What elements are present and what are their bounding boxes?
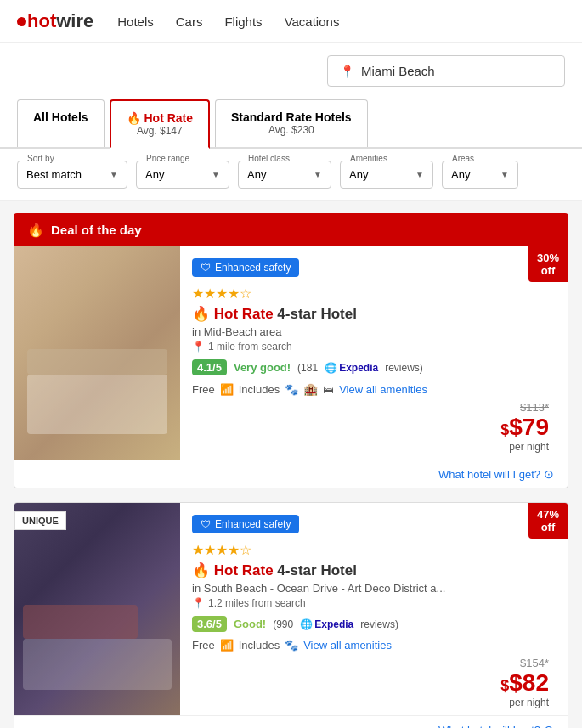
original-price-1: $113*	[192, 401, 549, 414]
pet-icon-2: 🐾	[285, 639, 298, 652]
discount-percent-2: 47%	[537, 508, 559, 521]
what-hotel-link-2[interactable]: What hotel will I get? ⊙	[438, 723, 554, 728]
what-hotel-text-1: What hotel will I get?	[438, 468, 540, 481]
card-1-inner: 30% off 🛡 Enhanced safety ★★★★☆ 🔥 Hot Ra…	[14, 246, 568, 460]
tab-all-hotels[interactable]: All Hotels	[17, 99, 105, 147]
discount-off-1: off	[537, 264, 559, 277]
what-hotel-row-2: What hotel will I get? ⊙	[14, 715, 568, 728]
hotel-2-info: 47% off 🛡 Enhanced safety ★★★★☆ 🔥 Hot Ra…	[180, 503, 568, 715]
logo[interactable]: hotwire	[17, 10, 93, 32]
tab-hot-avg: Avg. $147	[127, 125, 193, 137]
deal-banner: 🔥 Deal of the day	[14, 213, 568, 246]
wifi-icon-1: 📶	[220, 383, 234, 396]
hotel-2-stars: ★★★★☆	[192, 542, 556, 558]
what-hotel-row-1: What hotel will I get? ⊙	[14, 460, 568, 488]
hotel-card-2: UNIQUE 47% off 🛡 Enhanced safety ★★★★☆	[14, 502, 568, 728]
logo-text-wire: wire	[56, 10, 93, 32]
price-value: Any	[145, 168, 208, 181]
hotel-2-location: in South Beach - Ocean Drive - Art Deco …	[192, 582, 556, 595]
tab-standard-avg: Avg. $230	[231, 124, 352, 136]
areas-label: Areas	[449, 154, 477, 163]
hotel-1-type: 🔥 Hot Rate 4-star Hotel	[192, 305, 556, 323]
tab-hot-title: 🔥 Hot Rate	[127, 111, 193, 125]
tab-hot-rate[interactable]: 🔥 Hot Rate Avg. $147	[110, 99, 210, 149]
enhanced-safety-badge-1: 🛡 Enhanced safety	[192, 258, 299, 277]
per-night-2: per night	[192, 697, 549, 708]
view-amenities-link-2[interactable]: View all amenities	[303, 639, 392, 652]
rating-badge-1: 4.1/5	[192, 359, 227, 375]
hotel-2-distance: 📍 1.2 miles from search	[192, 597, 556, 609]
nav-hotels[interactable]: Hotels	[117, 14, 154, 29]
circle-chevron-icon-1: ⊙	[544, 467, 554, 481]
main-content: 🔥 Deal of the day 30% off	[0, 201, 582, 728]
price-filter[interactable]: Price range Any ▼	[136, 161, 229, 189]
areas-value: Any	[451, 168, 497, 181]
location-pin-icon: 📍	[340, 65, 354, 78]
hotel-1-discount-badge: 30% off	[528, 246, 568, 282]
enhanced-safety-badge-2: 🛡 Enhanced safety	[192, 515, 299, 533]
pet-icon-1: 🐾	[285, 383, 298, 396]
deal-banner-label: Deal of the day	[51, 223, 142, 237]
rating-badge-2: 3.6/5	[192, 616, 227, 632]
card-2-inner: UNIQUE 47% off 🛡 Enhanced safety ★★★★☆	[14, 503, 568, 715]
star-class-1: 4-star Hotel	[277, 306, 357, 322]
nav-flights[interactable]: Flights	[224, 14, 262, 29]
discount-percent-1: 30%	[537, 251, 559, 264]
nav-vacations[interactable]: Vacations	[285, 14, 340, 29]
discount-off-2: off	[537, 521, 559, 533]
price-chevron-icon: ▼	[212, 170, 220, 179]
hotel-1-stars: ★★★★☆	[192, 285, 556, 302]
logo-dot	[17, 17, 26, 26]
expedia-logo-1: 🌐Expedia	[325, 362, 378, 374]
unique-badge: UNIQUE	[14, 511, 66, 530]
hotel-1-distance: 📍 1 mile from search	[192, 341, 556, 353]
class-value: Any	[247, 168, 310, 181]
deal-of-day-wrapper: 🔥 Deal of the day 30% off	[14, 213, 568, 488]
free-label-1: Free	[192, 383, 215, 396]
enhanced-safety-label-1: Enhanced safety	[215, 262, 291, 274]
class-chevron-icon: ▼	[314, 170, 322, 179]
filters-row: Sort by Best match ▼ Price range Any ▼ H…	[0, 149, 582, 201]
bed-icon-1: 🛏	[323, 383, 334, 396]
sort-value: Best match	[26, 168, 106, 181]
view-amenities-link-1[interactable]: View all amenities	[339, 383, 427, 396]
circle-chevron-icon-2: ⊙	[544, 723, 554, 728]
reviews-label-2: reviews)	[360, 618, 398, 630]
sort-filter[interactable]: Sort by Best match ▼	[17, 161, 127, 189]
rating-text-2: Good!	[234, 618, 266, 630]
amenities-label: Amenities	[348, 154, 390, 163]
sort-chevron-icon: ▼	[110, 170, 118, 179]
amenities-chevron-icon: ▼	[415, 170, 424, 179]
rating-text-1: Very good!	[234, 361, 291, 374]
hotel-card-1: 30% off 🛡 Enhanced safety ★★★★☆ 🔥 Hot Ra…	[14, 246, 568, 488]
hotel-1-image[interactable]	[14, 246, 180, 460]
hotel-icon-1: 🏨	[303, 382, 318, 396]
search-bar: 📍 Miami Beach	[0, 43, 582, 99]
main-nav: Hotels Cars Flights Vacations	[117, 14, 339, 29]
star-class-2: 4-star Hotel	[277, 562, 357, 578]
class-filter[interactable]: Hotel class Any ▼	[238, 161, 331, 189]
hotel-1-rating-row: 4.1/5 Very good! (181 🌐Expedia reviews)	[192, 359, 556, 375]
areas-filter[interactable]: Areas Any ▼	[442, 161, 518, 189]
search-location-text: Miami Beach	[361, 64, 435, 78]
shield-icon-2: 🛡	[201, 518, 211, 530]
hotel-2-price: $154* $$82 per night	[192, 657, 556, 708]
current-price-2: $$82	[192, 669, 549, 697]
header: hotwire Hotels Cars Flights Vacations	[0, 0, 582, 43]
enhanced-safety-label-2: Enhanced safety	[215, 518, 291, 530]
hotel-1-info: 30% off 🛡 Enhanced safety ★★★★☆ 🔥 Hot Ra…	[180, 246, 568, 460]
nav-cars[interactable]: Cars	[176, 14, 203, 29]
hot-rate-label-2: 🔥 Hot Rate	[192, 562, 274, 578]
tab-standard-rate[interactable]: Standard Rate Hotels Avg. $230	[215, 99, 368, 147]
class-label: Hotel class	[246, 154, 292, 163]
location-search[interactable]: 📍 Miami Beach	[327, 55, 565, 87]
review-count-2: (990	[273, 618, 293, 630]
price-label: Price range	[144, 154, 192, 163]
amenities-filter[interactable]: Amenities Any ▼	[340, 161, 433, 189]
includes-label-1: Includes	[239, 383, 280, 396]
what-hotel-link-1[interactable]: What hotel will I get? ⊙	[438, 467, 554, 481]
tab-standard-title: Standard Rate Hotels	[231, 110, 352, 124]
review-count-1: (181	[297, 362, 318, 374]
hotel-2-image[interactable]: UNIQUE	[14, 503, 180, 715]
what-hotel-text-2: What hotel will I get?	[438, 724, 540, 729]
